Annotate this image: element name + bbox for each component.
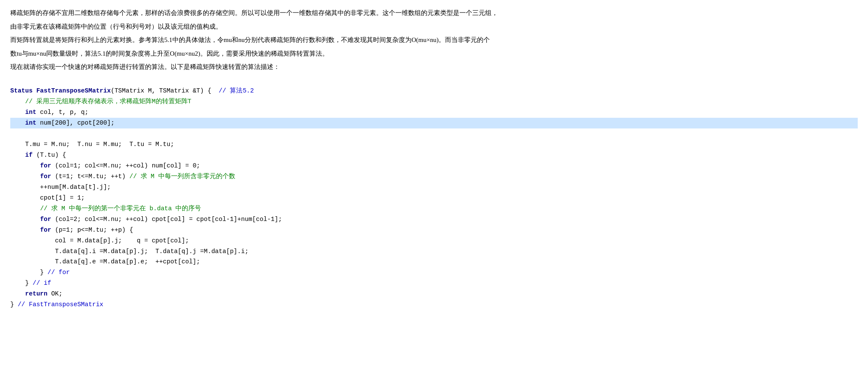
prose-line3: 而矩阵转置就是将矩阵行和列上的元素对换。参考算法5.1中的具体做法，令mu和nu… xyxy=(10,35,858,46)
code-line-cpot1: cpot[1] = 1; xyxy=(10,194,85,201)
code-line-comment1: // 采用三元组顺序表存储表示，求稀疏矩阵M的转置矩阵T xyxy=(10,98,191,105)
code-line-int1: int col, t, p, q; xyxy=(10,109,89,116)
code-line-return: return OK; xyxy=(10,290,62,297)
code-line-close-if: } // if xyxy=(10,280,51,286)
prose-line2: 由非零元素在该稀疏矩阵中的位置（行号和列号对）以及该元组的值构成。 xyxy=(10,21,858,33)
code-line-for2: for (t=1; t<=M.tu; ++t) // 求 M 中每一列所含非零元… xyxy=(10,173,235,180)
code-line-if: if (T.tu) { xyxy=(10,152,66,158)
code-line-int2: int num[200], cpot[200]; xyxy=(10,118,858,128)
code-line-for4: for (p=1; p<=M.tu; ++p) { xyxy=(10,227,133,233)
prose-line5: 现在就请你实现一个快速的对稀疏矩阵进行转置的算法。以下是稀疏矩阵快速转置的算法描… xyxy=(10,62,858,73)
code-line-close-func: } // FastTransposeSMatrix xyxy=(10,301,104,308)
code-line-close-for: } // for xyxy=(10,269,70,276)
code-line-tdata1: T.data[q].i =M.data[p].j; T.data[q].j =M… xyxy=(10,248,249,255)
code-line-comment-cpot: // 求 M 中每一列的第一个非零元在 b.data 中的序号 xyxy=(10,205,201,212)
code-line-for3: for (col=2; col<=M.nu; ++col) cpot[col] … xyxy=(10,216,282,223)
code-line-assign: T.mu = M.nu; T.nu = M.mu; T.tu = M.tu; xyxy=(10,141,174,148)
prose-line4: 数tu与mu×nu同数量级时，算法5.1的时间复杂度将上升至O(mu×nu2)。… xyxy=(10,48,858,60)
code-line-plusplus: ++num[M.data[t].j]; xyxy=(10,184,111,191)
code-line-for1: for (col=1; col<=M.nu; ++col) num[col] =… xyxy=(10,162,200,169)
prose-container: 稀疏矩阵的存储不宜用二维数组存储每个元素，那样的话会浪费很多的存储空间。所以可以… xyxy=(10,8,858,73)
code-line-col: col = M.data[p].j; q = cpot[col]; xyxy=(10,237,189,244)
code-line-signature: Status FastTransposeSMatrix(TSMatrix M, … xyxy=(10,87,254,94)
code-line-tdata2: T.data[q].e =M.data[p].e; ++cpot[col]; xyxy=(10,258,200,265)
code-block: Status FastTransposeSMatrix(TSMatrix M, … xyxy=(10,75,858,310)
prose-line1: 稀疏矩阵的存储不宜用二维数组存储每个元素，那样的话会浪费很多的存储空间。所以可以… xyxy=(10,8,858,19)
